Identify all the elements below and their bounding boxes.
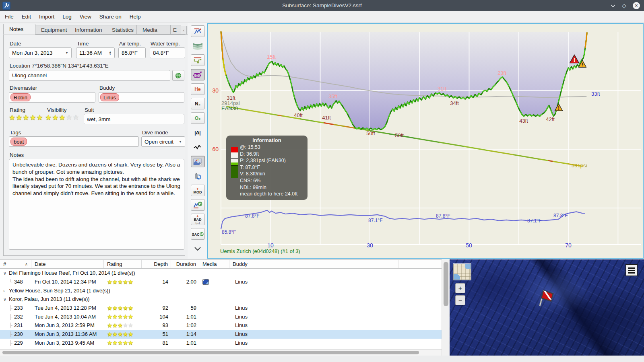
tab-information[interactable]: Information xyxy=(69,25,106,35)
dive-row[interactable]: ├232Tue Jun 4, 2013 10:04 AM★★★★★1041:01… xyxy=(0,312,442,321)
star-icon: ★ xyxy=(52,113,59,121)
tags-field[interactable]: boat xyxy=(9,136,139,147)
media-thumbnail-icon[interactable] xyxy=(202,279,209,285)
air-temp-field[interactable] xyxy=(118,47,146,58)
svg-text:87.8°F: 87.8°F xyxy=(553,213,568,218)
dive-flag-marker[interactable] xyxy=(533,287,556,311)
minimize-icon[interactable] xyxy=(611,3,615,8)
menu-edit[interactable]: Edit xyxy=(18,11,35,23)
close-icon[interactable]: × xyxy=(633,2,640,9)
tab-media[interactable]: Media xyxy=(137,25,171,35)
horizontal-scrollbar-handle[interactable] xyxy=(2,351,419,354)
o2-graph-icon[interactable]: O₂ xyxy=(191,112,205,124)
minimap-thumbnail[interactable] xyxy=(453,264,471,280)
divemaster-tag[interactable]: Robin xyxy=(10,93,31,101)
svg-text:30: 30 xyxy=(212,87,219,94)
tab-statistics[interactable]: Statistics xyxy=(106,25,137,35)
photos-icon[interactable] xyxy=(191,156,205,167)
column-header-rating[interactable]: Rating xyxy=(104,260,142,268)
delta-icon[interactable]: |Δ| xyxy=(191,127,205,138)
svg-text:Uemis Zurich (e04d0248) (#1 of: Uemis Zurich (e04d0248) (#1 of 3) xyxy=(220,248,300,254)
collapse-icon[interactable]: ∨ xyxy=(3,271,9,276)
notes-textarea[interactable]: Unbelievable dive. Dozens and dozens of … xyxy=(9,159,184,250)
map-zoom-out-button[interactable]: − xyxy=(455,295,465,305)
svg-text:35ft: 35ft xyxy=(328,93,337,99)
dive-row[interactable]: ├229Mon Jun 3, 2013 9:45 AM★★★★★811:01Li… xyxy=(0,339,442,348)
runner-clock-icon[interactable] xyxy=(191,199,205,211)
menu-help[interactable]: Help xyxy=(126,11,145,23)
divemaster-field[interactable]: Robin xyxy=(9,92,95,103)
dive-site-map[interactable]: + − xyxy=(450,259,644,356)
dive-profile-chart[interactable]: 306010305070Uemis Zurich (e04d0248) (#1 … xyxy=(207,23,644,259)
visibility-stars[interactable]: ★★★★★ xyxy=(45,113,80,122)
column-header-depth[interactable]: Depth xyxy=(142,260,171,268)
column-header-media[interactable]: Media xyxy=(199,260,229,268)
horizontal-scrollbar[interactable] xyxy=(0,349,442,356)
location-label: Location 7°16'58.386"N 134°14'43.631"E xyxy=(10,63,108,69)
profile-markers-icon[interactable] xyxy=(191,25,205,37)
tank-pressure-icon[interactable] xyxy=(191,69,205,80)
buddy-field[interactable]: Linus xyxy=(99,92,184,103)
buddy-tag[interactable]: Linus xyxy=(100,93,119,101)
buddy-label: Buddy xyxy=(99,85,115,91)
tag-boat[interactable]: boat xyxy=(10,138,27,146)
time-spinbox[interactable]: 11:36 AM▲▼ xyxy=(76,47,115,58)
water-temp-field[interactable] xyxy=(150,47,185,58)
column-header-[interactable]: #∧ xyxy=(0,260,31,268)
star-icon: ★ xyxy=(118,313,123,320)
dive-row[interactable]: ├231Mon Jun 3, 2013 2:59 PM★★★★★931:02Li… xyxy=(0,321,442,330)
column-header-buddy[interactable]: Buddy xyxy=(229,260,398,268)
star-icon: ★ xyxy=(23,113,29,121)
dive-row[interactable]: ├230Mon Jun 3, 2013 11:36 AM★★★★★511:14L… xyxy=(0,330,442,339)
star-icon: ★ xyxy=(112,331,118,337)
trip-row[interactable]: ∨Divi Flamingo House Reef, Fri Oct 10, 2… xyxy=(0,269,442,278)
tab-notes[interactable]: Notes xyxy=(3,24,35,35)
star-icon: ★ xyxy=(9,113,16,121)
waves-icon[interactable] xyxy=(191,40,205,51)
menu-file[interactable]: File xyxy=(1,11,18,23)
vertical-scrollbar[interactable] xyxy=(442,259,450,356)
tab-equipment[interactable]: Equipment xyxy=(35,25,69,35)
tab-scroll-left-icon[interactable]: ‹ xyxy=(181,26,187,35)
collapse-icon[interactable]: ∨ xyxy=(3,297,9,302)
dive-mode-combobox[interactable]: Open circuit▼ xyxy=(141,136,185,147)
column-header-date[interactable]: Date xyxy=(31,260,104,268)
menu-share-on[interactable]: Share on xyxy=(95,11,126,23)
menu-view[interactable]: View xyxy=(76,11,95,23)
expand-icon[interactable]: › xyxy=(3,288,9,293)
svg-text:591psi: 591psi xyxy=(572,162,587,169)
menu-log[interactable]: Log xyxy=(58,11,76,23)
sort-indicator-icon[interactable]: ∧ xyxy=(25,260,28,268)
dive-list[interactable]: #∧DateRatingDepthDurationMediaBuddy ∨Div… xyxy=(0,259,442,349)
globe-button[interactable] xyxy=(172,70,184,81)
dive-row[interactable]: └348Fri Oct 10, 2014 12:34 PM★★★★★142:00… xyxy=(0,278,442,286)
trip-row[interactable]: ›Yellow House, Sun Sep 21, 2014 (1 dive(… xyxy=(0,286,442,295)
sac-icon[interactable]: SAC xyxy=(191,228,205,240)
dive-row[interactable]: ├233Tue Jun 4, 2013 12:28 PM★★★★★9259Lin… xyxy=(0,304,442,313)
map-menu-button[interactable] xyxy=(625,264,638,276)
trip-row[interactable]: ∨Koror, Palau, Jun 2013 (11 dive(s)) xyxy=(0,295,442,304)
ead-icon[interactable]: +EAD(...) xyxy=(191,214,205,225)
menu-import[interactable]: Import xyxy=(35,11,58,23)
spinner-arrows-icon[interactable]: ▲▼ xyxy=(109,51,111,56)
maximize-icon[interactable]: ◇ xyxy=(622,3,626,8)
location-field[interactable] xyxy=(9,70,170,81)
star-icon: ★ xyxy=(112,279,118,285)
heartrate-icon[interactable] xyxy=(191,141,205,153)
column-header-duration[interactable]: Duration xyxy=(171,260,199,268)
he-graph-icon[interactable]: He xyxy=(191,83,205,95)
suit-field[interactable] xyxy=(84,114,184,124)
vertical-scrollbar-handle[interactable] xyxy=(444,262,448,306)
star-icon: ★ xyxy=(123,339,128,346)
toolbar-scroll-down-icon[interactable] xyxy=(191,243,205,255)
rating-stars[interactable]: ★★★★★ xyxy=(9,113,43,122)
map-zoom-in-button[interactable]: + xyxy=(455,283,465,293)
star-icon: ★ xyxy=(16,113,23,121)
dc-ceiling-icon[interactable] xyxy=(191,54,205,66)
tab-extra-info[interactable]: E xyxy=(171,25,181,35)
n2-graph-icon[interactable]: N₂ xyxy=(191,98,205,109)
tree-connector: ├ xyxy=(9,340,14,346)
tank-change-icon[interactable] xyxy=(191,170,205,182)
mod-icon[interactable]: +MOD xyxy=(191,185,205,196)
date-combobox[interactable]: Mon Jun 3, 2013▼ xyxy=(9,47,72,58)
